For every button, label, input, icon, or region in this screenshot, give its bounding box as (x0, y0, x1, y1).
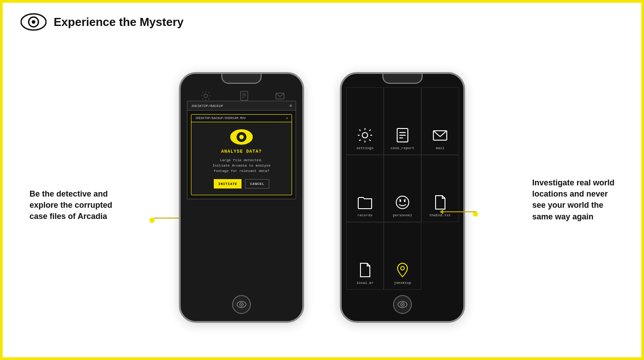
phone2-case-report[interactable]: case_report (384, 87, 421, 155)
arrow-right (440, 211, 476, 212)
phone2-mail[interactable]: mail (421, 87, 459, 155)
svg-point-21 (396, 196, 409, 209)
svg-line-25 (404, 199, 406, 200)
page-title: Experience the Mystery (54, 15, 183, 29)
modal-close-icon[interactable]: ✕ (289, 103, 292, 108)
annotation-left: Be the detective and explore the corrupt… (30, 189, 112, 223)
svg-point-2 (32, 20, 35, 24)
phone2-records[interactable]: records (346, 155, 384, 223)
analyse-desc: Large file detected.Initiate Arcadia to … (212, 158, 271, 174)
phone-2-grid: settings case_report (342, 87, 463, 290)
phone-1-home-button[interactable] (232, 295, 251, 314)
phone-1-screen: settings case_report m (181, 74, 302, 321)
svg-point-11 (239, 135, 244, 139)
phone2-settings[interactable]: settings (346, 87, 384, 155)
main-content: Be the detective and explore the corrupt… (3, 36, 641, 355)
phone1-inner-content: ANALYSE DATA? Large file detected.Initia… (191, 122, 292, 195)
phone1-inner-modal: JDESKTOP/BACKUP/DOORCAM.MOV ✕ ANALYSE DA… (191, 114, 292, 195)
phone-2: settings case_report (340, 72, 465, 323)
analyse-title: ANALYSE DATA? (221, 149, 262, 154)
phone2-jdesktop[interactable]: jdesktop (384, 222, 421, 290)
eye-yellow-icon (230, 129, 253, 146)
modal-buttons: INITIATE CANCEL (214, 179, 269, 189)
svg-line-24 (399, 199, 401, 200)
phone1-modal-titlebar: JDESKTOP/BACKUP ✕ (187, 101, 296, 111)
svg-point-23 (404, 200, 406, 202)
svg-point-22 (399, 200, 401, 202)
svg-point-26 (401, 266, 404, 270)
header: Experience the Mystery (3, 3, 641, 36)
phone-2-notch (382, 74, 423, 84)
phone1-modal: JDESKTOP/BACKUP ✕ JDESKTOP/BACKUP/DOORCA… (187, 101, 296, 199)
phone-1-notch (221, 74, 262, 84)
svg-point-29 (402, 304, 403, 305)
eye-icon (21, 13, 47, 31)
phone2-local-ar[interactable]: local.ar (346, 222, 384, 290)
annotation-right: Investigate real world locations and nev… (532, 177, 614, 223)
svg-point-15 (362, 133, 368, 138)
phone-1: settings case_report m (179, 72, 304, 323)
phone2-personnel[interactable]: personnel (384, 155, 421, 223)
svg-point-3 (204, 94, 208, 98)
phone1-inner-titlebar: JDESKTOP/BACKUP/DOORCAM.MOV ✕ (191, 115, 292, 122)
phone-2-screen: settings case_report (342, 74, 463, 321)
svg-point-14 (241, 304, 242, 305)
phone-2-home-button[interactable] (393, 295, 412, 314)
cancel-button[interactable]: CANCEL (245, 179, 269, 189)
initiate-button[interactable]: INITIATE (214, 179, 242, 189)
inner-modal-close-icon[interactable]: ✕ (286, 116, 288, 120)
